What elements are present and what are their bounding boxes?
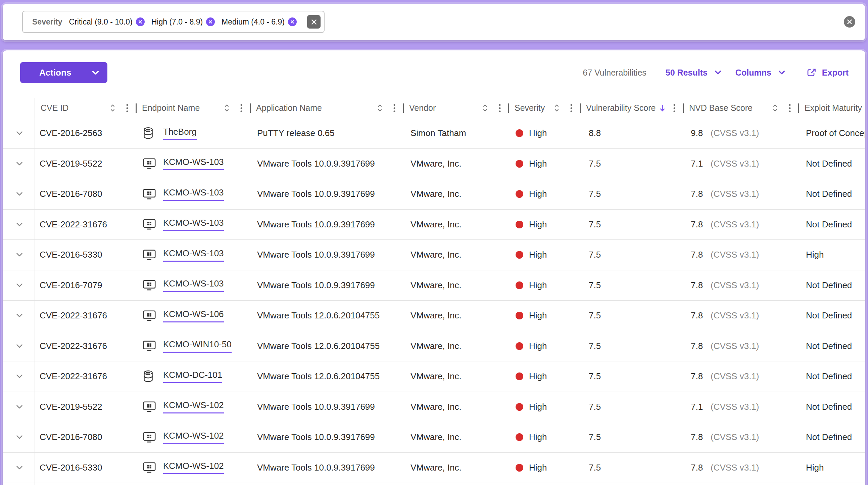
results-per-page-dropdown[interactable]: 50 Results [665, 68, 721, 78]
actions-button[interactable]: Actions [20, 62, 107, 83]
cvss-version-label: (CVSS v3.1) [711, 189, 759, 199]
column-menu-icon[interactable] [393, 104, 395, 113]
endpoint-cell: KCMO-WS-103 [136, 218, 250, 231]
vendor-cell: VMware, Inc. [403, 310, 509, 321]
column-menu-icon[interactable] [673, 104, 675, 113]
column-header-cve_id[interactable]: CVE ID [35, 98, 136, 118]
sort-toggle-icon[interactable] [224, 104, 229, 113]
severity-cell: High [509, 128, 580, 138]
expand-row-button[interactable] [3, 209, 35, 240]
expand-row-button[interactable] [3, 392, 35, 422]
cve-id-cell: CVE-2016-7080 [35, 432, 136, 443]
endpoint-link[interactable]: TheBorg [163, 126, 197, 140]
column-menu-icon[interactable] [499, 104, 501, 113]
endpoint-cell: KCMO-WS-103 [136, 188, 250, 201]
cvss-version-label: (CVSS v3.1) [711, 250, 759, 260]
vulnerability-score-cell: 7.5 [580, 371, 683, 381]
exploit-maturity-cell: Not Defined [799, 219, 865, 230]
remove-filter-button[interactable] [288, 18, 297, 26]
table-row: CVE-2022-31676 KCMO-WS-106 V [3, 301, 865, 331]
severity-cell: High [509, 159, 580, 169]
table-row: CVE-2016-5330 KCMO-WS-102 VM [3, 453, 865, 483]
nvd-score-value: 7.1 [691, 402, 711, 412]
exploit-maturity-cell: Not Defined [799, 432, 865, 443]
vulnerability-score-cell: 7.5 [580, 402, 683, 412]
endpoint-link[interactable]: KCMO-WS-103 [163, 218, 224, 231]
cvss-version-label: (CVSS v3.1) [711, 310, 759, 321]
severity-label: High [529, 310, 547, 321]
sort-toggle-icon[interactable] [110, 104, 116, 113]
endpoint-link[interactable]: KCMO-WS-106 [163, 309, 224, 322]
endpoint-link[interactable]: KCMO-WS-103 [163, 188, 224, 201]
column-header-nvd_base_score[interactable]: NVD Base Score [683, 98, 799, 118]
expand-row-button[interactable] [3, 483, 35, 485]
columns-dropdown[interactable]: Columns [736, 68, 785, 78]
endpoint-link[interactable]: KCMO-WS-103 [163, 248, 224, 262]
endpoint-cell: KCMO-WS-102 [136, 431, 250, 444]
cve-id-cell: CVE-2022-31676 [35, 310, 136, 321]
endpoint-link[interactable]: KCMO-WIN10-50 [163, 339, 231, 353]
exploit-maturity-cell: Not Defined [799, 402, 865, 412]
vulnerability-score-cell: 8.8 [580, 128, 683, 138]
cve-id-cell: CVE-2019-5522 [35, 159, 136, 169]
sort-toggle-icon[interactable] [772, 104, 778, 113]
close-icon [138, 20, 142, 24]
nvd-score-value: 7.8 [691, 432, 711, 443]
remove-filter-button[interactable] [136, 18, 145, 26]
severity-label: High [529, 341, 547, 351]
column-header-application_name[interactable]: Application Name [250, 98, 403, 118]
endpoint-link[interactable]: KCMO-WS-103 [163, 157, 224, 170]
expand-row-button[interactable] [3, 331, 35, 362]
column-header-exploit_maturity[interactable]: Exploit Maturity [799, 98, 865, 118]
sort-desc-arrow-icon [659, 104, 665, 112]
clear-severity-filters-button[interactable] [307, 15, 320, 29]
column-header-severity[interactable]: Severity [509, 98, 580, 118]
column-header-vulnerability_score[interactable]: Vulnerability Score [580, 98, 683, 118]
endpoint-link[interactable]: KCMO-WS-102 [163, 461, 224, 474]
column-menu-icon[interactable] [789, 104, 791, 113]
expand-row-button[interactable] [3, 270, 35, 301]
endpoint-link[interactable]: KCMO-WS-102 [163, 400, 224, 413]
severity-cell: High [509, 341, 580, 351]
expand-row-button[interactable] [3, 362, 35, 392]
severity-cell: High [509, 462, 580, 473]
severity-cell: High [509, 189, 580, 199]
chevron-down-icon [16, 465, 23, 470]
chevron-down-icon [16, 222, 23, 227]
cvss-version-label: (CVSS v3.1) [711, 341, 759, 351]
table-row: CVE-2016-7080 KCMO-WS-103 VM [3, 179, 865, 209]
chevron-down-icon [16, 253, 23, 257]
sort-toggle-icon[interactable] [554, 104, 560, 113]
export-button[interactable]: Export [806, 67, 848, 78]
vendor-cell: Simon Tatham [403, 128, 509, 138]
results-per-page-label: 50 Results [665, 68, 708, 78]
clear-all-filters-button[interactable] [844, 16, 855, 28]
expand-row-button[interactable] [3, 301, 35, 331]
severity-high-dot [516, 464, 523, 472]
endpoint-link[interactable]: KCMO-WS-103 [163, 279, 224, 292]
expand-row-button[interactable] [3, 240, 35, 270]
column-menu-icon[interactable] [240, 104, 242, 113]
expand-row-button[interactable] [3, 453, 35, 483]
sort-toggle-icon[interactable] [482, 104, 488, 113]
severity-filter-group: Severity Critical (9.0 - 10.0) High (7.0… [22, 11, 324, 33]
column-header-vendor[interactable]: Vendor [403, 98, 509, 118]
close-icon [209, 20, 213, 24]
remove-filter-button[interactable] [206, 18, 215, 26]
sort-toggle-icon[interactable] [377, 104, 383, 113]
chevron-down-icon [778, 70, 785, 75]
cvss-version-label: (CVSS v3.1) [711, 280, 759, 290]
endpoint-link[interactable]: KCMO-DC-101 [163, 370, 222, 383]
column-header-endpoint_name[interactable]: Endpoint Name [136, 98, 250, 118]
expand-row-button[interactable] [3, 179, 35, 209]
nvd-score-value: 7.8 [691, 341, 711, 351]
vulnerability-score-cell: 7.5 [580, 310, 683, 321]
endpoint-link[interactable]: KCMO-WS-102 [163, 431, 224, 444]
cve-id-cell: CVE-2022-31676 [35, 341, 136, 351]
expand-row-button[interactable] [3, 118, 35, 148]
filter-group-label: Severity [32, 18, 62, 27]
expand-row-button[interactable] [3, 149, 35, 179]
column-menu-icon[interactable] [126, 104, 128, 113]
expand-row-button[interactable] [3, 422, 35, 452]
column-menu-icon[interactable] [570, 104, 572, 113]
